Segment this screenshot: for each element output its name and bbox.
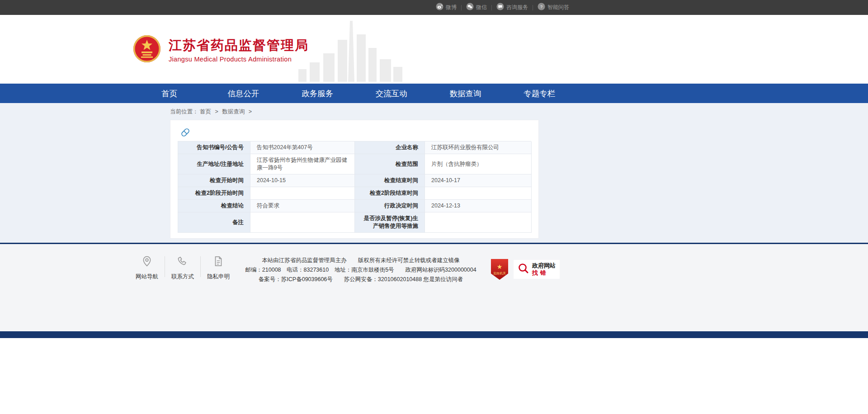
main-inner: 当前位置： 首页 > 数据查询 > 告知书编号/公告号 告知书2024年第407… <box>170 103 539 239</box>
footer-link-contact[interactable]: 联系方式 <box>170 255 195 281</box>
gov-site-badge-line1: 政府网站 <box>532 262 556 269</box>
field-label: 检查2阶段开始时间 <box>178 187 250 200</box>
main-nav-inner: 首页 信息公开 政务服务 交流互动 数据查询 专题专栏 <box>132 84 576 103</box>
breadcrumb-prefix: 当前位置： <box>170 108 198 115</box>
field-label: 检查结论 <box>178 200 250 212</box>
topbar: 微博 微信 咨询服务 ? 智能问答 <box>0 0 868 15</box>
capsule-link-icon <box>179 127 531 138</box>
topbar-inner: 微博 微信 咨询服务 ? 智能问答 <box>132 0 576 15</box>
party-gov-badge-label: 党政机关 <box>493 271 506 276</box>
field-value <box>425 187 532 200</box>
topbar-consult-label: 咨询服务 <box>506 4 528 11</box>
question-icon: ? <box>538 3 545 12</box>
footer-badges: ★ 党政机关 政府网站 找错 <box>491 259 560 280</box>
chat-bubble-icon <box>496 3 504 12</box>
nav-item-info-disclosure[interactable]: 信息公开 <box>207 84 281 103</box>
nav-item-gov-services[interactable]: 政务服务 <box>280 84 354 103</box>
gov-site-badge-line2: 找错 <box>532 269 556 277</box>
field-value: 告知书2024年第407号 <box>250 141 355 154</box>
site-title: 江苏省药品监督管理局 <box>169 38 309 53</box>
field-label: 告知书编号/公告号 <box>178 141 250 154</box>
field-label: 行政决定时间 <box>355 200 425 212</box>
wechat-icon <box>466 3 474 12</box>
field-label: 检查2阶段结束时间 <box>355 187 425 200</box>
weibo-icon <box>436 3 443 12</box>
field-value: 2024-10-17 <box>425 174 532 187</box>
field-value <box>250 212 355 233</box>
field-label: 企业名称 <box>355 141 425 154</box>
field-label: 是否涉及暂停(恢复)生产销售使用等措施 <box>355 212 425 233</box>
site-footer: 网站导航 联系方式 隐私申明 本站由江苏省药品监督管理局主办 版权所有未经许可禁… <box>0 243 868 331</box>
footer-link-label: 联系方式 <box>170 273 195 281</box>
divider <box>165 256 165 277</box>
footer-quick-links: 网站导航 联系方式 隐私申明 <box>132 255 231 281</box>
city-skyline-decoration <box>296 21 409 84</box>
national-emblem-logo <box>132 34 161 63</box>
document-icon <box>212 261 224 268</box>
topbar-consult-service[interactable]: 咨询服务 <box>492 3 533 12</box>
phone-icon <box>177 261 189 268</box>
footer-line-host: 本站由江苏省药品监督管理局主办 版权所有未经许可禁止转载或者建立镜像 <box>234 256 487 265</box>
detail-card: 告知书编号/公告号 告知书2024年第407号 企业名称 江苏联环药业股份有限公… <box>170 120 539 239</box>
magnifier-icon <box>518 263 529 276</box>
topbar-wechat-label: 微信 <box>476 4 487 11</box>
field-label: 检查范围 <box>355 154 425 174</box>
field-label: 检查开始时间 <box>178 174 250 187</box>
field-value <box>425 212 532 233</box>
nav-item-interaction[interactable]: 交流互动 <box>354 84 429 103</box>
nav-item-special-topics[interactable]: 专题专栏 <box>502 84 576 103</box>
detail-table: 告知书编号/公告号 告知书2024年第407号 企业名称 江苏联环药业股份有限公… <box>178 141 531 233</box>
field-label: 生产地址/注册地址 <box>178 154 250 174</box>
field-value: 江苏联环药业股份有限公司 <box>425 141 532 154</box>
header-inner: 江苏省药品监督管理局 Jiangsu Medical Products Admi… <box>132 15 576 84</box>
footer-bottom-bar <box>0 331 868 338</box>
main-nav: 首页 信息公开 政务服务 交流互动 数据查询 专题专栏 <box>0 84 868 103</box>
field-value: 符合要求 <box>250 200 355 212</box>
footer-link-label: 网站导航 <box>135 273 159 281</box>
footer-link-site-map[interactable]: 网站导航 <box>135 255 159 281</box>
breadcrumb-separator: > <box>215 108 218 115</box>
divider <box>200 256 201 277</box>
nav-item-data-query[interactable]: 数据查询 <box>429 84 503 103</box>
site-header: 江苏省药品监督管理局 Jiangsu Medical Products Admi… <box>0 15 868 84</box>
party-gov-badge[interactable]: ★ 党政机关 <box>491 259 508 280</box>
nav-item-home[interactable]: 首页 <box>132 84 207 103</box>
field-value: 片剂（含抗肿瘤类） <box>425 154 532 174</box>
field-value: 2024-10-15 <box>250 174 355 187</box>
gov-site-find-error-badge[interactable]: 政府网站 找错 <box>514 260 560 279</box>
svg-text:?: ? <box>540 5 542 9</box>
site-subtitle: Jiangsu Medical Products Administration <box>169 56 309 63</box>
breadcrumb: 当前位置： 首页 > 数据查询 > <box>170 103 539 116</box>
footer-info-text: 本站由江苏省药品监督管理局主办 版权所有未经许可禁止转载或者建立镜像 邮编：21… <box>231 256 491 284</box>
footer-line-icp: 备案号：苏ICP备09039606号 苏公网安备：32010602010488 … <box>234 275 487 284</box>
field-label: 检查结束时间 <box>355 174 425 187</box>
field-label: 备注 <box>178 212 250 233</box>
footer-inner: 网站导航 联系方式 隐私申明 本站由江苏省药品监督管理局主办 版权所有未经许可禁… <box>132 244 560 284</box>
breadcrumb-home[interactable]: 首页 <box>200 108 211 115</box>
star-icon: ★ <box>497 263 503 270</box>
field-value: 江苏省扬州市扬州生物健康产业园健康一路9号 <box>250 154 355 174</box>
breadcrumb-separator: > <box>249 108 252 115</box>
topbar-smart-qa-label: 智能问答 <box>547 4 569 11</box>
footer-line-contact: 邮编：210008 电话：83273610 地址：南京市鼓楼街5号 政府网站标识… <box>234 265 487 275</box>
main-content-area: 当前位置： 首页 > 数据查询 > 告知书编号/公告号 告知书2024年第407… <box>0 103 868 243</box>
topbar-weibo-label: 微博 <box>446 4 457 11</box>
footer-link-label: 隐私申明 <box>206 273 231 281</box>
map-pin-icon <box>141 261 153 268</box>
topbar-smart-qa[interactable]: ? 智能问答 <box>533 3 574 12</box>
footer-link-privacy[interactable]: 隐私申明 <box>206 255 231 281</box>
topbar-wechat[interactable]: 微信 <box>462 3 491 12</box>
topbar-weibo[interactable]: 微博 <box>431 3 461 12</box>
field-value <box>250 187 355 200</box>
breadcrumb-data-query[interactable]: 数据查询 <box>222 108 245 115</box>
site-title-block: 江苏省药品监督管理局 Jiangsu Medical Products Admi… <box>169 38 309 63</box>
field-value: 2024-12-13 <box>425 200 532 212</box>
